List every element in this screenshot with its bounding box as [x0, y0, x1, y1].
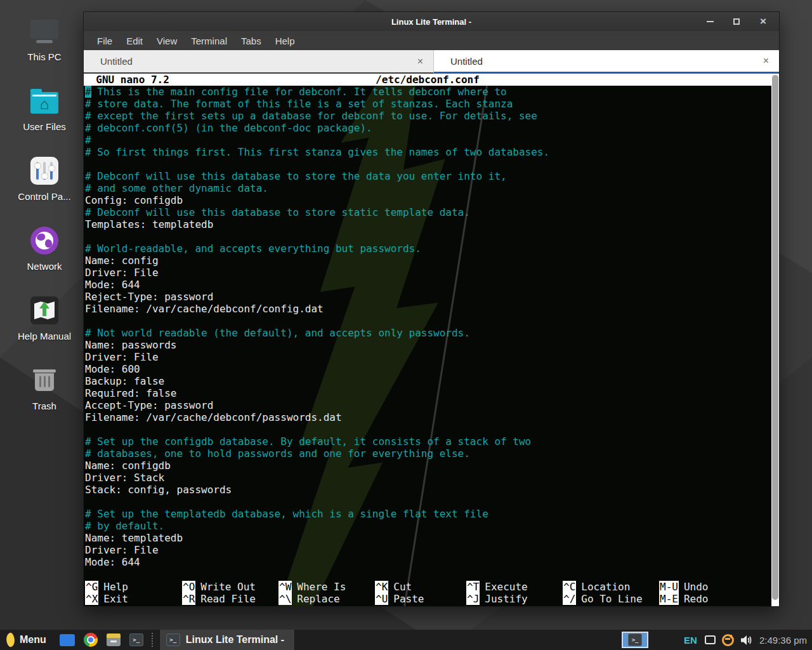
editor-line: # Debconf will use this database to stor… [84, 170, 771, 182]
clock[interactable]: 2:49:36 pm [759, 635, 807, 646]
menu-item-view[interactable]: View [150, 33, 184, 49]
map-arrow-icon [30, 295, 58, 326]
window-list-active-button[interactable]: >_ [622, 632, 648, 648]
archive-launcher-icon[interactable] [107, 633, 121, 646]
nano-shortcut: ^/Go To Line [563, 593, 659, 605]
close-button[interactable]: × [757, 16, 769, 27]
display-tray-icon[interactable] [705, 635, 716, 644]
folder-home-icon [30, 85, 58, 117]
sliders-icon [30, 155, 58, 187]
desktop-icon-control-panel[interactable]: Control Pa... [5, 155, 84, 225]
file-manager-launcher-icon[interactable] [60, 634, 75, 646]
tab-label: Untitled [84, 56, 133, 67]
panel-handle[interactable] [152, 633, 154, 647]
nano-shortcut: ^RRead File [182, 593, 278, 605]
menu-item-terminal[interactable]: Terminal [184, 33, 234, 49]
nano-shortcut-bar: ^GHelp^OWrite Out^WWhere Is^KCut^TExecut… [84, 581, 771, 605]
terminal-icon: >_ [166, 633, 180, 646]
editor-line: Backup: false [84, 375, 771, 387]
editor-line: Config: configdb [84, 194, 771, 206]
editor-line: # and some other dynamic data. [84, 182, 771, 194]
taskbar-left: Menu >_ >_ Linux Lite Terminal - [0, 630, 295, 650]
desktop-icon-this-pc[interactable]: This PC [5, 15, 84, 85]
window-title: Linux Lite Terminal - [84, 17, 779, 27]
menu-button[interactable]: Menu [20, 634, 46, 646]
editor-line [84, 315, 771, 327]
menu-item-help[interactable]: Help [268, 33, 302, 49]
tab-bar: Untitled × Untitled × [84, 50, 779, 74]
tab-untitled-2[interactable]: Untitled × [434, 50, 779, 74]
editor-line: # Debconf will use this database to stor… [84, 206, 771, 218]
minimize-icon [707, 21, 714, 22]
updates-tray-icon[interactable] [722, 634, 734, 646]
editor-line: # So first things first. This first stan… [84, 146, 771, 158]
chrome-launcher-icon[interactable] [84, 633, 98, 647]
editor-line: # Set up the templatedb database, which … [84, 508, 771, 520]
desktop-icon-help-manual[interactable]: Help Manual [5, 295, 84, 364]
desktop-icon-label: Control Pa... [18, 191, 70, 202]
editor-line: Driver: File [84, 351, 771, 363]
editor-line [84, 158, 771, 170]
tab-close-icon[interactable]: × [763, 55, 769, 67]
editor-line: # This is the main config file for debco… [84, 86, 771, 98]
volume-tray-icon[interactable] [740, 635, 753, 646]
nano-shortcut: ^CLocation [563, 581, 659, 593]
home-icon [30, 96, 58, 112]
minimize-button[interactable] [704, 16, 716, 27]
editor-line: # debconf.conf(5) (in the debconf-doc pa… [84, 122, 771, 134]
desktop-icon-trash[interactable]: Trash [5, 364, 84, 434]
terminal-content[interactable]: /etc/debconf.conf GNU nano 7.2 # This is… [84, 74, 779, 606]
editor-line: # except the first sets up a database fo… [84, 110, 771, 122]
desktop-icon-label: This PC [27, 51, 61, 62]
window-button-label: Linux Lite Terminal - [186, 634, 284, 646]
terminal-icon: >_ [628, 633, 642, 646]
editor-line: Driver: Stack [84, 472, 771, 484]
taskbar-window-button[interactable]: >_ Linux Lite Terminal - [159, 630, 295, 650]
editor-text: # This is the main config file for debco… [84, 86, 771, 568]
linux-lite-logo-icon[interactable] [5, 632, 16, 647]
close-icon: × [760, 16, 766, 27]
nano-titlebar: /etc/debconf.conf GNU nano 7.2 [84, 74, 771, 86]
keyboard-layout-indicator[interactable]: EN [684, 635, 697, 646]
editor-line: Stack: config, passwords [84, 484, 771, 496]
editor-line: # Not world readable (the default), and … [84, 327, 771, 339]
terminal-launcher-icon[interactable]: >_ [129, 633, 143, 646]
editor-line: # [84, 134, 771, 146]
text-cursor: # [85, 86, 91, 98]
editor-line: # World-readable, and accepts everything… [84, 242, 771, 255]
editor-line: Templates: templatedb [84, 218, 771, 230]
editor-line: Mode: 600 [84, 363, 771, 375]
system-tray: >_ EN 2:49:36 pm [622, 630, 812, 650]
nano-shortcut: M-ERedo [659, 593, 771, 605]
editor-line [84, 423, 771, 435]
desktop-icon-network[interactable]: Network [5, 225, 84, 295]
maximize-button[interactable] [731, 16, 742, 27]
desktop-icon-user-files[interactable]: User Files [5, 85, 84, 155]
tab-close-icon[interactable]: × [417, 56, 423, 67]
editor-line: Name: configdb [84, 460, 771, 472]
this-pc-icon [30, 15, 58, 47]
editor-line: Filename: /var/cache/debconf/config.dat [84, 303, 771, 315]
terminal-scrollbar[interactable] [771, 74, 779, 606]
editor-line: Driver: File [84, 544, 771, 556]
tab-untitled-1[interactable]: Untitled × [84, 50, 434, 74]
editor-line [84, 230, 771, 242]
tab-label: Untitled [434, 56, 483, 67]
editor-line: # databases, one to hold passwords and o… [84, 448, 771, 460]
nano-shortcut: ^WWhere Is [278, 581, 375, 593]
scrollbar-thumb[interactable] [772, 75, 778, 600]
menu-item-file[interactable]: File [90, 33, 119, 49]
nano-shortcut: ^TExecute [466, 581, 563, 593]
terminal-window: Linux Lite Terminal - × FileEditViewTerm… [83, 11, 780, 607]
trash-icon [33, 364, 56, 396]
editor-line: Reject-Type: password [84, 291, 771, 303]
window-controls: × [704, 16, 769, 27]
menu-item-tabs[interactable]: Tabs [234, 33, 268, 49]
taskbar: Menu >_ >_ Linux Lite Terminal - >_ EN 2… [0, 630, 812, 650]
menu-item-edit[interactable]: Edit [119, 33, 150, 49]
nano-shortcut: M-UUndo [659, 581, 771, 593]
window-titlebar[interactable]: Linux Lite Terminal - × [84, 12, 779, 31]
maximize-icon [733, 18, 740, 25]
window-menubar: FileEditViewTerminalTabsHelp [84, 31, 779, 50]
editor-line: Mode: 644 [84, 279, 771, 291]
